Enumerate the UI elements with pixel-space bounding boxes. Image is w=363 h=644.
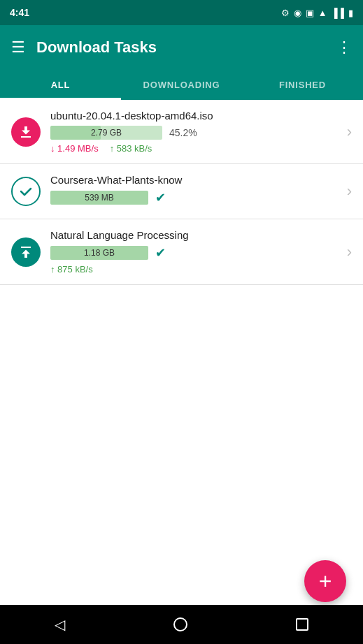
plus-icon: + [319, 570, 332, 592]
task-item-nlp[interactable]: Natural Language Processing 1.18 GB ✔ ↑ … [0, 219, 363, 285]
task-check-icon-coursera: ✔ [155, 190, 166, 205]
task-speeds-nlp: ↑ 875 kB/s [50, 264, 337, 275]
task-progress-wrap-coursera: 539 MB ✔ [50, 190, 337, 205]
task-progress-size-nlp: 1.18 GB [50, 246, 148, 260]
chevron-right-icon: › [347, 123, 352, 141]
page-title: Download Tasks [36, 38, 325, 57]
task-progress-bar-coursera: 539 MB [50, 191, 148, 205]
task-progress-size-coursera: 539 MB [50, 191, 148, 205]
task-progress-wrap-ubuntu: 2.79 GB 45.2% [50, 126, 337, 140]
bottom-nav: ◁ [0, 605, 363, 644]
task-progress-wrap-nlp: 1.18 GB ✔ [50, 245, 337, 261]
task-icon-download [11, 117, 41, 147]
chevron-right-icon-3: › [347, 243, 352, 261]
status-time: 4:41 [10, 7, 29, 18]
add-task-fab[interactable]: + [304, 560, 346, 602]
task-info-coursera: Coursera-What-Plants-know 539 MB ✔ [50, 174, 337, 209]
task-speed-down-ubuntu: ↓ 1.49 MB/s [50, 143, 99, 154]
task-name-ubuntu: ubuntu-20.04.1-desktop-amd64.iso [50, 110, 337, 122]
tab-downloading[interactable]: DOWNLOADING [121, 70, 242, 100]
task-check-icon-nlp: ✔ [155, 245, 166, 261]
app-bar: ☰ Download Tasks ⋮ [0, 25, 363, 70]
task-item-ubuntu[interactable]: ubuntu-20.04.1-desktop-amd64.iso 2.79 GB… [0, 100, 363, 164]
tab-finished[interactable]: FINISHED [242, 70, 363, 100]
signal-icon: ▐▐ [332, 8, 344, 18]
status-bar: 4:41 ⚙ ◉ ▣ ▲ ▐▐ ▮ [0, 0, 363, 25]
task-name-coursera: Coursera-What-Plants-know [50, 174, 337, 186]
task-progress-bar-ubuntu: 2.79 GB [50, 126, 162, 140]
task-speeds-ubuntu: ↓ 1.49 MB/s ↑ 583 kB/s [50, 143, 337, 154]
task-speed-up-ubuntu: ↑ 583 kB/s [110, 143, 152, 154]
task-info-ubuntu: ubuntu-20.04.1-desktop-amd64.iso 2.79 GB… [50, 110, 337, 154]
task-item-coursera[interactable]: Coursera-What-Plants-know 539 MB ✔ › [0, 164, 363, 219]
task-progress-size-ubuntu: 2.79 GB [50, 126, 162, 140]
task-name-nlp: Natural Language Processing [50, 229, 337, 241]
status-icons: ⚙ ◉ ▣ ▲ ▐▐ ▮ [281, 8, 353, 18]
task-icon-done-coursera [11, 177, 41, 206]
home-button[interactable] [173, 617, 187, 631]
battery-icon: ▮ [348, 8, 353, 18]
task-progress-bar-nlp: 1.18 GB [50, 246, 148, 260]
task-info-nlp: Natural Language Processing 1.18 GB ✔ ↑ … [50, 229, 337, 275]
hamburger-icon[interactable]: ☰ [11, 38, 25, 57]
shield-icon: ◉ [294, 8, 301, 18]
tabs-bar: ALL DOWNLOADING FINISHED [0, 70, 363, 100]
settings-icon: ⚙ [281, 8, 290, 18]
task-list: ubuntu-20.04.1-desktop-amd64.iso 2.79 GB… [0, 100, 363, 285]
tab-all[interactable]: ALL [0, 70, 121, 100]
more-options-icon[interactable]: ⋮ [336, 38, 352, 57]
recents-button[interactable] [296, 618, 308, 631]
wifi-icon: ▲ [318, 8, 327, 18]
task-speed-up-nlp: ↑ 875 kB/s [50, 264, 93, 275]
sim-icon: ▣ [306, 8, 314, 18]
chevron-right-icon-2: › [347, 182, 352, 200]
task-icon-upload [11, 237, 41, 267]
task-percent-ubuntu: 45.2% [169, 127, 197, 138]
back-button[interactable]: ◁ [55, 616, 65, 633]
